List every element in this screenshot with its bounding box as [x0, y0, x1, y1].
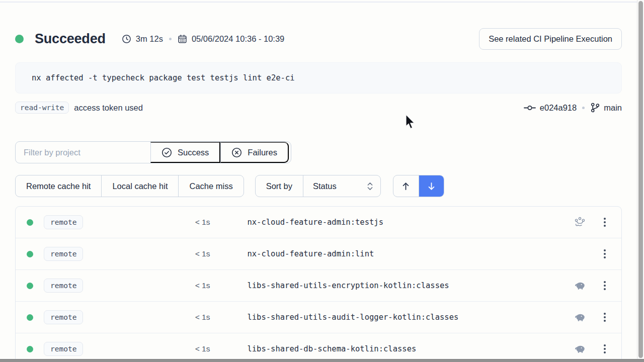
task-row[interactable]: remote < 1s nx-cloud-feature-admin:testj… — [16, 207, 621, 238]
cache-source-badge: remote — [44, 310, 83, 324]
vcs-info: e024a918 main — [524, 103, 622, 113]
task-status-dot — [27, 219, 33, 226]
filter-group: Success Failures — [15, 141, 291, 163]
kebab-menu-icon[interactable] — [601, 344, 608, 353]
sort-by-label: Sort by — [256, 175, 303, 197]
token-row: read-write access token used e024a918 ma… — [15, 100, 622, 115]
cache-source-badge: remote — [44, 279, 83, 293]
kebab-menu-icon[interactable] — [601, 218, 608, 227]
sort-ascending-button[interactable] — [393, 175, 419, 197]
command-block: nx affected -t typecheck package test te… — [15, 62, 622, 94]
kebab-menu-icon[interactable] — [601, 249, 608, 258]
dot-separator — [169, 38, 172, 40]
filter-by-project-input[interactable] — [16, 142, 150, 163]
vertical-scrollbar[interactable] — [637, 0, 644, 359]
success-filter-label: Success — [178, 148, 209, 157]
access-token-label: access token used — [74, 103, 143, 113]
tool-icon-slot — [573, 216, 586, 228]
kebab-menu-icon[interactable] — [601, 313, 608, 322]
run-header: Succeeded 3m 12s 05/06/2024 10:36 - 10:3… — [15, 27, 622, 50]
task-list: remote < 1s nx-cloud-feature-admin:testj… — [16, 207, 621, 362]
chevron-up-down-icon — [367, 182, 373, 191]
task-name: nx-cloud-feature-admin:lint — [247, 249, 374, 258]
see-related-ci-pipeline-button[interactable]: See related CI Pipeline Execution — [479, 28, 622, 50]
task-name: libs-shared-utils-encryption-kotlin:clas… — [247, 281, 449, 290]
task-duration: < 1s — [83, 218, 210, 227]
gradle-icon — [574, 282, 586, 290]
task-duration: < 1s — [83, 344, 210, 353]
tool-icon-slot — [573, 343, 586, 355]
run-meta: 3m 12s 05/06/2024 10:36 - 10:39 — [122, 34, 285, 44]
scrollbar-thumb[interactable] — [638, 1, 643, 358]
task-duration: < 1s — [83, 313, 210, 322]
cache-source-badge: remote — [44, 247, 83, 261]
failures-filter-button[interactable]: Failures — [220, 142, 289, 163]
task-row[interactable]: remote < 1s nx-cloud-feature-admin:lint — [16, 238, 621, 270]
cache-source-badge: remote — [44, 342, 83, 356]
failures-filter-label: Failures — [248, 148, 277, 157]
remote-cache-hit-button[interactable]: Remote cache hit — [16, 175, 101, 197]
arrow-down-icon — [427, 182, 436, 191]
task-status-dot — [27, 346, 33, 352]
task-duration: < 1s — [83, 249, 210, 258]
arrow-up-icon — [401, 182, 411, 191]
task-name: libs-shared-utils-audit-logger-kotlin:cl… — [247, 313, 458, 322]
status-dot — [15, 35, 24, 43]
task-row[interactable]: remote < 1s libs-shared-db-schema-kotlin… — [16, 333, 621, 362]
task-status-dot — [27, 283, 33, 289]
calendar-icon — [178, 34, 187, 44]
kebab-menu-icon[interactable] — [601, 281, 608, 290]
commit-sha[interactable]: e024a918 — [540, 103, 577, 113]
dot-separator — [582, 107, 585, 109]
cache-miss-button[interactable]: Cache miss — [178, 175, 243, 197]
task-name: nx-cloud-feature-admin:testjs — [247, 218, 383, 227]
task-duration: < 1s — [83, 281, 210, 290]
run-status-title: Succeeded — [35, 31, 106, 47]
git-branch-icon — [590, 103, 600, 113]
command-text: nx affected -t typecheck package test te… — [32, 73, 295, 82]
sort-descending-button[interactable] — [419, 175, 444, 197]
local-cache-hit-button[interactable]: Local cache hit — [101, 175, 178, 197]
run-date-range: 05/06/2024 10:36 - 10:39 — [192, 34, 284, 44]
task-list-card: remote < 1s nx-cloud-feature-admin:testj… — [15, 206, 622, 362]
sort-select-value: Status — [313, 182, 337, 191]
sort-group: Sort by Status — [255, 175, 381, 197]
gradle-icon — [574, 345, 586, 353]
mouse-cursor — [406, 114, 417, 130]
task-status-dot — [27, 251, 33, 257]
clock-icon — [122, 34, 131, 44]
x-circle-icon — [231, 147, 242, 158]
git-commit-icon — [524, 104, 536, 112]
cache-filter-group: Remote cache hit Local cache hit Cache m… — [15, 175, 244, 197]
sort-select[interactable]: Status — [303, 175, 380, 197]
tool-icon-slot — [573, 311, 586, 323]
window-bottom-edge — [0, 359, 644, 362]
sort-direction-group — [393, 175, 444, 197]
top-divider — [0, 2, 637, 3]
jest-icon — [574, 217, 586, 228]
task-status-dot — [27, 314, 33, 321]
branch-name[interactable]: main — [604, 103, 622, 113]
access-token-badge: read-write — [15, 102, 69, 114]
tool-icon-slot — [573, 280, 586, 292]
cache-sort-toolbar: Remote cache hit Local cache hit Cache m… — [15, 175, 444, 197]
task-row[interactable]: remote < 1s libs-shared-utils-audit-logg… — [16, 302, 621, 333]
run-duration: 3m 12s — [136, 34, 163, 44]
check-circle-icon — [162, 147, 172, 158]
task-name: libs-shared-db-schema-kotlin:classes — [247, 344, 416, 353]
task-row[interactable]: remote < 1s libs-shared-utils-encryption… — [16, 270, 621, 302]
gradle-icon — [574, 313, 586, 322]
success-filter-button[interactable]: Success — [150, 142, 220, 163]
cache-source-badge: remote — [44, 215, 83, 229]
tool-icon-slot — [573, 248, 586, 260]
